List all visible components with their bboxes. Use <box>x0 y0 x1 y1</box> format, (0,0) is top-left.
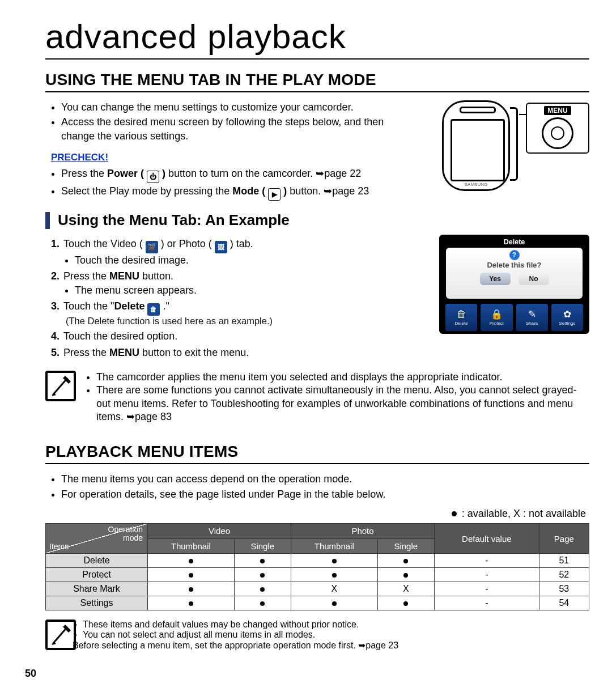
screen-example: Delete ? Delete this file? Yes No ☝ 🗑Del… <box>439 235 589 334</box>
table-row: Share MarkXX-53 <box>46 582 589 596</box>
cell: 53 <box>539 582 589 596</box>
cell <box>148 554 235 568</box>
table-row: Settings-54 <box>46 596 589 610</box>
row-name: Share Mark <box>46 582 148 596</box>
power-icon: ⏻ <box>147 171 159 183</box>
bar-protect[interactable]: 🔒Protect <box>480 303 513 332</box>
bar-share[interactable]: ✎Share <box>516 303 549 332</box>
cell: 54 <box>539 596 589 610</box>
note-box-1: The camcorder applies the menu item you … <box>45 371 589 424</box>
intro-bullet: The menu items you can access depend on … <box>61 472 589 486</box>
note-box-2: These items and default values may be ch… <box>45 620 589 662</box>
col-p-single: Single <box>377 538 434 554</box>
delete-icon: 🗑 <box>147 303 160 316</box>
table-legend: : available, X : not available <box>45 508 586 520</box>
intro-bullet: Access the desired menu screen by follow… <box>61 115 419 143</box>
device-illustration: SAMSUNG MENU <box>431 100 589 191</box>
col-v-thumb: Thumbnail <box>148 538 235 554</box>
cell <box>291 568 378 582</box>
row-name: Delete <box>46 554 148 568</box>
cell <box>234 554 291 568</box>
menu-button-icon <box>542 117 573 149</box>
col-page: Page <box>539 524 589 554</box>
cell: 51 <box>539 554 589 568</box>
diag-bottom-label: Items <box>49 542 69 551</box>
cell <box>234 582 291 596</box>
row-name: Protect <box>46 568 148 582</box>
note-icon <box>45 371 76 401</box>
table-row: Delete-51 <box>46 554 589 568</box>
step-note: (The Delete function is used here as an … <box>63 315 428 327</box>
playback-menu-table: Operation mode Items Video Photo Default… <box>45 523 589 610</box>
precheck-item: Press the Power ( ⏻ ) button to turn on … <box>61 167 419 183</box>
info-icon: ? <box>509 250 520 260</box>
intro-bullets: You can change the menu settings to cust… <box>45 100 419 143</box>
subheading-example: Using the Menu Tab: An Example <box>45 212 589 229</box>
step: Press the MENU button. The menu screen a… <box>51 269 428 297</box>
video-tab-icon: 🎬 <box>146 241 158 253</box>
no-button[interactable]: No <box>518 273 549 285</box>
section-heading-menu-tab: USING THE MENU TAB IN THE PLAY MODE <box>45 71 589 92</box>
step: Touch the desired option. <box>51 329 428 343</box>
substep: Touch the desired image. <box>75 253 428 267</box>
note-item: You can not select and adjust all menu i… <box>83 630 398 640</box>
share-icon: ✎ <box>526 309 538 320</box>
cell: - <box>435 596 539 610</box>
section-heading-playback-items: PLAYBACK MENU ITEMS <box>45 443 589 464</box>
dialog-question: Delete this file? <box>487 261 541 269</box>
dot-icon <box>452 511 457 516</box>
note-item: These items and default values may be ch… <box>83 620 398 630</box>
cell <box>377 554 434 568</box>
menu-label: MENU <box>544 106 571 115</box>
note-icon <box>45 620 76 650</box>
diag-header: Operation mode Items <box>46 524 148 554</box>
gear-icon: ✿ <box>562 309 573 320</box>
cell <box>148 568 235 582</box>
cell <box>377 596 434 610</box>
cell <box>148 582 235 596</box>
note-item: There are some functions you cannot acti… <box>96 384 584 423</box>
bottom-bar: 🗑Delete 🔒Protect ✎Share ✿Settings <box>441 303 587 332</box>
intro-bullet: You can change the menu settings to cust… <box>61 100 419 114</box>
row-name: Settings <box>46 596 148 610</box>
col-video: Video <box>148 524 291 539</box>
cell: - <box>435 582 539 596</box>
cell <box>291 596 378 610</box>
cell <box>377 568 434 582</box>
note-item: The camcorder applies the menu item you … <box>96 371 584 384</box>
note-item: Before selecting a menu item, set the ap… <box>73 640 398 651</box>
cell: X <box>291 582 378 596</box>
precheck-item: Select the Play mode by pressing the Mod… <box>61 184 419 201</box>
precheck-label: PRECHECK! <box>51 152 108 163</box>
cell: 52 <box>539 568 589 582</box>
cell: X <box>377 582 434 596</box>
page-title: advanced playback <box>45 17 589 60</box>
cell: - <box>435 568 539 582</box>
menu-button-callout: MENU <box>526 103 589 154</box>
trash-icon: 🗑 <box>456 309 467 320</box>
cell <box>234 568 291 582</box>
playback-intro: The menu items you can access depend on … <box>45 472 589 501</box>
step: Touch the Video ( 🎬 ) or Photo ( 🖼 ) tab… <box>51 237 428 267</box>
col-default: Default value <box>435 524 539 554</box>
cell <box>234 596 291 610</box>
intro-bullet: For operation details, see the page list… <box>61 487 589 501</box>
cell: - <box>435 554 539 568</box>
table-row: Protect-52 <box>46 568 589 582</box>
diag-top-label: Operation mode <box>108 525 143 543</box>
example-steps: Touch the Video ( 🎬 ) or Photo ( 🖼 ) tab… <box>45 237 428 359</box>
step: Press the MENU button to exit the menu. <box>51 346 428 359</box>
substep: The menu screen appears. <box>75 283 428 297</box>
precheck-list: Press the Power ( ⏻ ) button to turn on … <box>45 167 419 201</box>
yes-button[interactable]: Yes <box>480 273 511 285</box>
photo-tab-icon: 🖼 <box>215 241 227 253</box>
lock-icon: 🔒 <box>491 309 502 320</box>
dialog-title: Delete <box>441 238 587 246</box>
col-photo: Photo <box>291 524 435 539</box>
bar-delete[interactable]: 🗑Delete <box>445 303 478 332</box>
bar-settings[interactable]: ✿Settings <box>551 303 584 332</box>
cell <box>148 596 235 610</box>
camcorder-outline: SAMSUNG <box>442 100 510 191</box>
step: Touch the "Delete 🗑 ." (The Delete funct… <box>51 299 428 327</box>
dialog-box: ? Delete this file? Yes No <box>446 248 583 299</box>
